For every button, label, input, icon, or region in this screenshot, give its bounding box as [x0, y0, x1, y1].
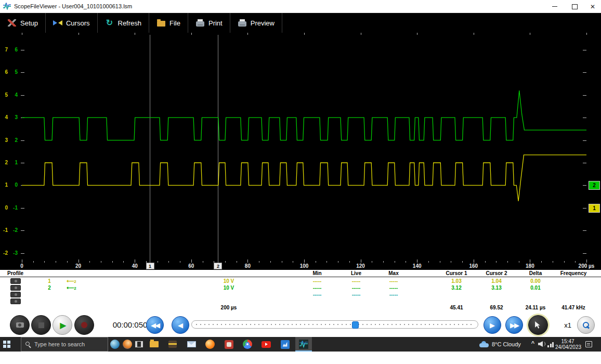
channel1-live: -----	[341, 278, 372, 284]
step-back-icon: ◀	[178, 322, 183, 329]
camera-icon	[16, 322, 24, 328]
x-axis-label: 120	[348, 263, 373, 269]
close-button[interactable]: ✕	[584, 0, 601, 13]
channel1-min: -----	[302, 278, 333, 284]
channel1-cursor1-value: 1.03	[441, 278, 472, 284]
fast-rewind-button[interactable]: ◀◀	[146, 316, 164, 334]
channel1-cursor2-value: 1.04	[481, 278, 512, 284]
title-bar: ScopeFileViewer - User004_10101000613.ls…	[0, 0, 601, 13]
volume-icon[interactable]	[538, 341, 545, 347]
channel1-row: 1 ⟵2 10 V ----- ----- ----- 1.03 1.04 0.…	[0, 278, 601, 285]
pointer-tool-button[interactable]	[528, 315, 548, 335]
channel2-cursor1-value: 3.12	[441, 285, 472, 291]
magnifier-icon	[583, 322, 590, 329]
channel2-delta-value: 0.01	[520, 285, 551, 291]
channel2-scale: 10 V	[211, 285, 247, 291]
youtube-icon[interactable]	[258, 337, 275, 352]
delta-time: 24.11 µs	[520, 305, 551, 310]
folder-icon	[156, 19, 166, 27]
preview-label: Preview	[251, 19, 275, 27]
weather-text: 8°C Cloudy	[492, 341, 521, 347]
start-button[interactable]	[3, 341, 10, 348]
x-axis-label: 60	[179, 263, 204, 269]
preview-button[interactable]: Preview	[230, 13, 282, 33]
maximize-button[interactable]	[565, 0, 584, 13]
taskbar-search[interactable]: Type here to search	[21, 337, 108, 352]
cursor1-marker[interactable]: 1	[146, 263, 154, 269]
file-explorer-icon[interactable]	[146, 337, 162, 352]
mail-icon[interactable]	[183, 337, 200, 352]
cursor2-header: Cursor 2	[481, 270, 512, 276]
channel1-ground-marker[interactable]: 1	[589, 204, 600, 213]
channel2-cursor2-value: 3.13	[481, 285, 512, 291]
taskbar-clock[interactable]: 15:47 24/04/2023	[555, 339, 580, 350]
scope-app-icon[interactable]	[295, 337, 312, 352]
frequency-header: Frequency	[554, 270, 593, 276]
step-forward-icon: ▶	[490, 322, 495, 329]
snapshot-button[interactable]	[10, 315, 30, 335]
x-axis-label: 140	[404, 263, 429, 269]
print-button[interactable]: Print	[188, 13, 230, 33]
weather-widget[interactable]: 8°C Cloudy	[479, 337, 521, 352]
cursor2-time: 69.52	[481, 305, 512, 310]
chrome-icon[interactable]	[239, 337, 256, 352]
position-slider[interactable]	[191, 320, 478, 329]
fast-forward-icon: ▶▶	[510, 322, 518, 329]
record-button[interactable]	[74, 315, 94, 335]
setup-button[interactable]: Setup	[0, 13, 46, 33]
cursor1-header: Cursor 1	[441, 270, 472, 276]
cursors-button[interactable]: Cursors	[46, 13, 98, 33]
slider-ticks	[196, 324, 474, 325]
slider-thumb[interactable]	[352, 321, 359, 329]
math-max: -----	[378, 292, 409, 297]
waveform-channel1	[22, 155, 586, 201]
file-button[interactable]: File	[149, 13, 188, 33]
x-axis-label: 180	[517, 263, 542, 269]
x-axis-label: 40	[122, 263, 147, 269]
delta-header: Delta	[520, 270, 551, 276]
channel-display-button[interactable]	[10, 298, 21, 304]
play-button[interactable]: ▶	[53, 315, 72, 335]
refresh-icon: ↻	[105, 19, 114, 27]
scope-display[interactable]: 76543210-1-26543210-1-2-321	[0, 33, 601, 263]
profile-header: Profile	[7, 270, 23, 276]
math-min: -----	[302, 292, 333, 297]
app-icon[interactable]	[220, 337, 237, 352]
zoom-factor-label: x1	[560, 321, 575, 329]
record-icon	[81, 322, 87, 328]
app-icon[interactable]	[277, 337, 293, 352]
waveform-channel2	[22, 90, 586, 140]
task-view-icon[interactable]	[135, 341, 143, 347]
setup-label: Setup	[20, 19, 38, 27]
hidden-icons-chevron[interactable]: ^	[529, 340, 537, 346]
widget-icon[interactable]	[123, 340, 132, 349]
live-header: Live	[341, 270, 372, 276]
refresh-button[interactable]: ↻ Refresh	[98, 13, 150, 33]
search-placeholder: Type here to search	[34, 341, 85, 347]
probe-icon[interactable]: ⟵2	[67, 278, 87, 284]
widget-icon[interactable]	[110, 340, 120, 349]
minimize-button[interactable]	[545, 0, 565, 13]
playback-controls: ▶ 00:00:050 ◀◀ ◀ ▶ ▶▶ x1	[0, 314, 601, 337]
print-preview-icon	[238, 19, 247, 27]
x-axis-label: 0	[9, 263, 34, 269]
action-center-icon[interactable]	[585, 341, 592, 347]
firefox-icon[interactable]	[202, 337, 218, 352]
network-signal-icon[interactable]	[547, 342, 554, 347]
zoom-button[interactable]	[577, 316, 595, 334]
stop-button[interactable]	[31, 315, 51, 335]
time-axis: 020406080100120140160180200 µs12	[0, 263, 601, 270]
probe-icon[interactable]: ⟵2	[67, 285, 87, 291]
x-axis-label: 100	[292, 263, 317, 269]
cursor2-marker[interactable]: 2	[214, 263, 222, 269]
fast-forward-button[interactable]: ▶▶	[505, 316, 523, 334]
app-icon[interactable]	[164, 337, 181, 352]
step-forward-button[interactable]: ▶	[484, 316, 501, 334]
channel2-live: -----	[341, 285, 372, 291]
cursors-icon	[53, 19, 62, 27]
channel2-ground-marker[interactable]: 2	[589, 181, 600, 190]
channel1-number: 1	[45, 278, 54, 284]
step-back-button[interactable]: ◀	[172, 316, 189, 334]
cursors-label: Cursors	[66, 19, 90, 27]
pointer-icon	[534, 321, 542, 329]
